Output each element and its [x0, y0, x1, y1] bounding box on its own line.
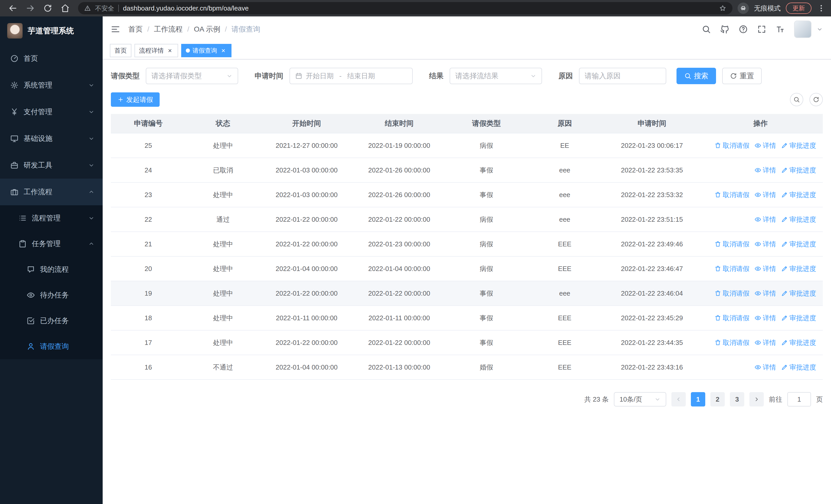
- sidebar-item-done-task[interactable]: 已办任务: [0, 308, 103, 334]
- page-2-button[interactable]: 2: [710, 392, 725, 407]
- detail-link[interactable]: 详情: [754, 141, 776, 150]
- leave-type-select[interactable]: 请选择请假类型: [146, 68, 238, 84]
- progress-link[interactable]: 审批进度: [781, 190, 816, 199]
- browser-refresh-icon[interactable]: [43, 4, 52, 13]
- detail-link[interactable]: 详情: [754, 215, 776, 224]
- page-3-button[interactable]: 3: [730, 392, 744, 407]
- close-tab-icon[interactable]: ×: [220, 47, 227, 54]
- sidebar-item-infra[interactable]: 基础设施: [0, 125, 103, 152]
- reason-input[interactable]: [579, 68, 666, 84]
- search-button[interactable]: 搜索: [677, 68, 716, 84]
- browser-home-icon[interactable]: [61, 4, 70, 13]
- result-select[interactable]: 请选择流结果: [450, 68, 542, 84]
- chrome-update-button[interactable]: 更新: [786, 3, 811, 14]
- table-cell: 2022-01-22 23:45:29: [602, 314, 701, 322]
- apply-time-range-picker[interactable]: 开始日期 - 结束日期: [289, 68, 413, 84]
- table-row: 23处理中2022-01-03 00:00:002022-01-26 00:00…: [111, 183, 823, 207]
- toggle-search-button[interactable]: [790, 93, 803, 106]
- detail-link[interactable]: 详情: [754, 240, 776, 249]
- browser-forward-icon[interactable]: [26, 4, 35, 13]
- cancel-leave-link[interactable]: 取消请假: [715, 141, 749, 150]
- close-tab-icon[interactable]: ×: [166, 47, 173, 54]
- page-1-button[interactable]: 1: [691, 392, 705, 407]
- progress-link[interactable]: 审批进度: [781, 141, 816, 150]
- sidebar-item-workflow[interactable]: 工作流程: [0, 179, 103, 205]
- font-size-icon[interactable]: [776, 25, 785, 34]
- omnibox-divider: [118, 5, 119, 12]
- reset-button[interactable]: 重置: [722, 68, 762, 84]
- refresh-table-button[interactable]: [809, 93, 823, 106]
- progress-link[interactable]: 审批进度: [781, 314, 816, 323]
- tab-home[interactable]: 首页: [110, 44, 132, 57]
- detail-link[interactable]: 详情: [754, 363, 776, 372]
- chevron-up-icon: [88, 241, 94, 247]
- eye-icon: [754, 290, 761, 297]
- goto-page-input[interactable]: [787, 392, 811, 407]
- bookmark-star-icon[interactable]: [719, 5, 726, 12]
- hamburger-icon[interactable]: [111, 25, 120, 34]
- cancel-leave-link[interactable]: 取消请假: [715, 289, 749, 298]
- sidebar: 芋道管理系统 首页系统管理支付管理基础设施研发工具工作流程流程管理任务管理我的流…: [0, 17, 103, 504]
- fullscreen-icon[interactable]: [757, 25, 766, 34]
- sidebar-item-todo-task[interactable]: 待办任务: [0, 282, 103, 308]
- table-cell: 25: [111, 142, 185, 150]
- breadcrumb-item[interactable]: 工作流程: [154, 24, 183, 34]
- eye-icon: [754, 339, 761, 346]
- prev-page-button[interactable]: [671, 392, 686, 407]
- sidebar-item-process-mgmt[interactable]: 流程管理: [0, 205, 103, 231]
- detail-link[interactable]: 详情: [754, 314, 776, 323]
- sidebar-item-leave-query[interactable]: 请假查询: [0, 334, 103, 359]
- list-icon: [19, 214, 27, 222]
- tab-leave-query[interactable]: 请假查询×: [181, 44, 231, 57]
- sidebar-item-devtools[interactable]: 研发工具: [0, 152, 103, 179]
- avatar[interactable]: [794, 21, 811, 38]
- column-header: 请假类型: [446, 119, 527, 128]
- url-bar[interactable]: 不安全 dashboard.yudao.iocoder.cn/bpm/oa/le…: [78, 2, 733, 14]
- chrome-menu-icon[interactable]: [816, 4, 826, 13]
- sidebar-item-task-mgmt[interactable]: 任务管理: [0, 231, 103, 257]
- table-cell: EE: [527, 142, 602, 150]
- detail-link[interactable]: 详情: [754, 338, 776, 347]
- header-search-icon[interactable]: [701, 25, 711, 34]
- detail-link[interactable]: 详情: [754, 190, 776, 199]
- tab-process-detail[interactable]: 流程详情×: [135, 44, 178, 57]
- cancel-leave-link[interactable]: 取消请假: [715, 240, 749, 249]
- progress-link[interactable]: 审批进度: [781, 166, 816, 175]
- table-cell: eee: [527, 290, 602, 297]
- sidebar-item-payment[interactable]: 支付管理: [0, 98, 103, 125]
- progress-link[interactable]: 审批进度: [781, 240, 816, 249]
- detail-link[interactable]: 详情: [754, 289, 776, 298]
- detail-link[interactable]: 详情: [754, 264, 776, 273]
- table-cell: 已取消: [185, 166, 260, 175]
- pagination: 共 23 条 10条/页 123 前往 页: [111, 392, 823, 407]
- edit-icon: [781, 191, 788, 198]
- cancel-leave-link[interactable]: 取消请假: [715, 338, 749, 347]
- table-cell: 2022-01-22 23:53:35: [602, 166, 701, 174]
- cancel-leave-link[interactable]: 取消请假: [715, 314, 749, 323]
- breadcrumb-item[interactable]: 首页: [128, 24, 143, 34]
- progress-link[interactable]: 审批进度: [781, 338, 816, 347]
- browser-back-icon[interactable]: [8, 4, 18, 13]
- progress-link[interactable]: 审批进度: [781, 215, 816, 224]
- progress-link[interactable]: 审批进度: [781, 264, 816, 273]
- github-icon[interactable]: [720, 25, 729, 34]
- sidebar-item-label: 支付管理: [24, 107, 52, 117]
- page-size-select[interactable]: 10条/页: [614, 392, 666, 407]
- screen: 不安全 dashboard.yudao.iocoder.cn/bpm/oa/le…: [0, 0, 831, 504]
- create-leave-button[interactable]: 发起请假: [111, 92, 160, 107]
- sidebar-item-system[interactable]: 系统管理: [0, 72, 103, 98]
- progress-link[interactable]: 审批进度: [781, 289, 816, 298]
- cancel-leave-link[interactable]: 取消请假: [715, 264, 749, 273]
- progress-link[interactable]: 审批进度: [781, 363, 816, 372]
- browser-right-controls: 无痕模式 更新: [738, 3, 826, 14]
- url-text: dashboard.yudao.iocoder.cn/bpm/oa/leave: [123, 4, 715, 12]
- avatar-caret-icon[interactable]: [816, 26, 823, 32]
- help-icon[interactable]: [739, 25, 748, 34]
- cancel-leave-link[interactable]: 取消请假: [715, 190, 749, 199]
- breadcrumb-item[interactable]: OA 示例: [194, 24, 221, 34]
- trash-icon: [715, 142, 721, 149]
- sidebar-item-home[interactable]: 首页: [0, 45, 103, 72]
- next-page-button[interactable]: [749, 392, 764, 407]
- detail-link[interactable]: 详情: [754, 166, 776, 175]
- sidebar-item-my-process[interactable]: 我的流程: [0, 257, 103, 282]
